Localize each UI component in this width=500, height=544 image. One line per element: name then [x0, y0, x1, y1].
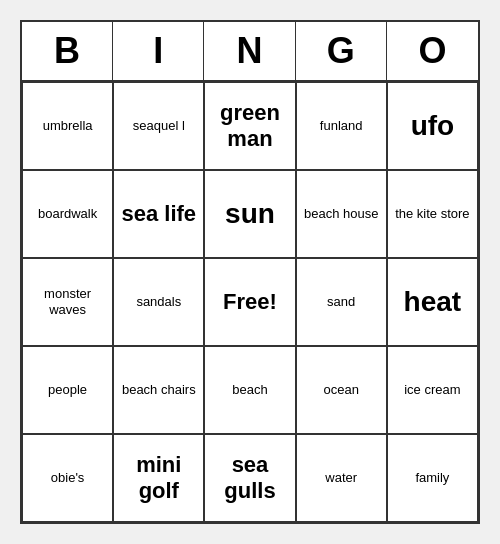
header-letter: I — [113, 22, 204, 80]
header-letter: O — [387, 22, 478, 80]
bingo-cell: ice cream — [387, 346, 478, 434]
bingo-cell: beach chairs — [113, 346, 204, 434]
bingo-cell: sand — [296, 258, 387, 346]
bingo-cell: sun — [204, 170, 295, 258]
bingo-cell: water — [296, 434, 387, 522]
bingo-cell: mini golf — [113, 434, 204, 522]
bingo-cell: ocean — [296, 346, 387, 434]
bingo-cell: seaquel l — [113, 82, 204, 170]
bingo-grid: umbrellaseaquel lgreen manfunlandufoboar… — [22, 82, 478, 522]
bingo-cell: ufo — [387, 82, 478, 170]
bingo-card: BINGO umbrellaseaquel lgreen manfunlandu… — [20, 20, 480, 524]
bingo-cell: green man — [204, 82, 295, 170]
bingo-cell: heat — [387, 258, 478, 346]
bingo-cell: boardwalk — [22, 170, 113, 258]
bingo-cell: beach house — [296, 170, 387, 258]
bingo-cell: obie's — [22, 434, 113, 522]
header-letter: B — [22, 22, 113, 80]
bingo-cell: monster waves — [22, 258, 113, 346]
bingo-cell: umbrella — [22, 82, 113, 170]
bingo-cell: family — [387, 434, 478, 522]
bingo-cell: beach — [204, 346, 295, 434]
header-letter: G — [296, 22, 387, 80]
bingo-cell: sandals — [113, 258, 204, 346]
bingo-cell: sea gulls — [204, 434, 295, 522]
bingo-header: BINGO — [22, 22, 478, 82]
header-letter: N — [204, 22, 295, 80]
bingo-cell: people — [22, 346, 113, 434]
bingo-cell: the kite store — [387, 170, 478, 258]
bingo-cell: sea life — [113, 170, 204, 258]
bingo-cell: funland — [296, 82, 387, 170]
bingo-cell: Free! — [204, 258, 295, 346]
